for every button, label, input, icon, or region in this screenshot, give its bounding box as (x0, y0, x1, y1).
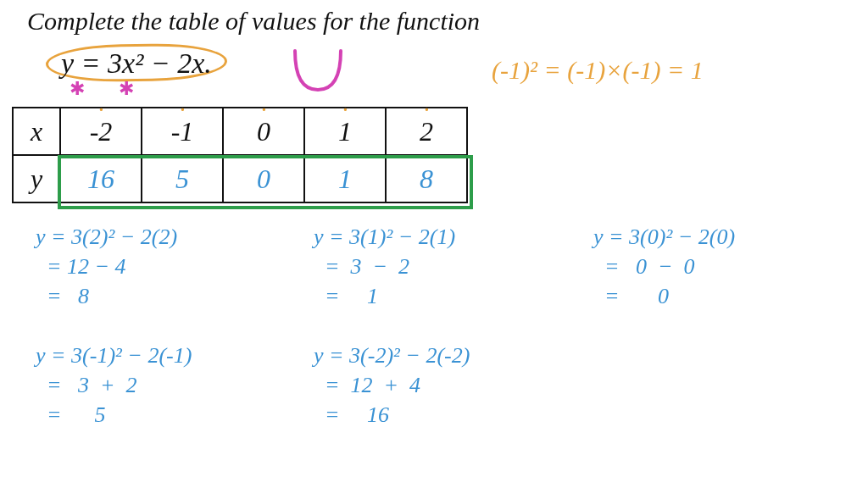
magenta-asterisks: ✱✱ (70, 78, 168, 100)
work-xneg1: y = 3(-1)² − 2(-1) = 3 + 2 = 5 (36, 341, 192, 430)
work-line: = 3 − 2 (314, 254, 409, 279)
work-line: = 0 (593, 284, 669, 308)
x-cell: 1 (304, 108, 386, 155)
squaring-note: (-1)² = (-1)×(-1) = 1 (492, 56, 704, 85)
work-line: = 1 (314, 284, 378, 308)
work-line: y = 3(2)² − 2(2) (36, 225, 177, 249)
work-line: = 0 − 0 (593, 254, 695, 279)
work-line: y = 3(-1)² − 2(-1) (36, 343, 192, 368)
work-line: = 12 + 4 (314, 373, 420, 397)
x-cell: -2 (60, 108, 142, 155)
work-line: y = 3(1)² − 2(1) (314, 225, 455, 249)
work-line: y = 3(-2)² − 2(-2) (314, 343, 470, 368)
work-line: = 5 (36, 402, 106, 427)
page-title: Complete the table of values for the fun… (27, 7, 480, 36)
work-line: = 16 (314, 402, 389, 427)
work-line: = 12 − 4 (36, 254, 126, 279)
green-answer-box (58, 155, 473, 209)
function-equation-wrap: y = 3x² − 2x. ✱✱ (46, 44, 227, 81)
work-line: y = 3(0)² − 2(0) (593, 225, 735, 249)
function-equation: y = 3x² − 2x. (46, 44, 227, 81)
work-x2: y = 3(2)² − 2(2) = 12 − 4 = 8 (36, 222, 177, 311)
x-header: x (13, 108, 60, 155)
work-line: = 8 (36, 284, 89, 308)
y-header: y (13, 155, 60, 202)
work-x1: y = 3(1)² − 2(1) = 3 − 2 = 1 (314, 222, 455, 311)
parabola-u-icon (288, 47, 348, 95)
x-cell: -1 (142, 108, 223, 155)
x-cell: 0 (223, 108, 304, 155)
work-xneg2: y = 3(-2)² − 2(-2) = 12 + 4 = 16 (314, 341, 470, 430)
work-line: = 3 + 2 (36, 373, 137, 397)
table-row-x: x -2 -1 0 1 2 (13, 108, 467, 155)
x-cell: 2 (386, 108, 467, 155)
work-x0: y = 3(0)² − 2(0) = 0 − 0 = 0 (593, 222, 735, 311)
